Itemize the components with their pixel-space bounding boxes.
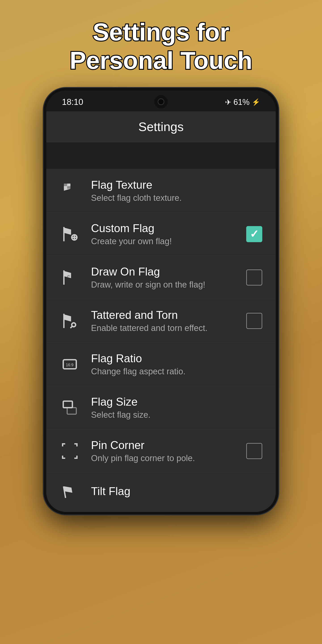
svg-rect-15 <box>67 408 76 414</box>
flag-size-icon <box>60 398 80 418</box>
page-title-line2: Personal Touch <box>70 46 252 75</box>
page-title-line1: Settings for <box>70 18 252 46</box>
draw-on-flag-text: Draw On Flag Draw, write or sign on the … <box>91 265 246 290</box>
status-time: 18:10 <box>62 97 83 107</box>
custom-flag-checkbox[interactable] <box>246 226 262 242</box>
tilt-flag-title: Tilt Flag <box>91 485 262 498</box>
battery-bolt-icon: ⚡ <box>252 98 260 106</box>
draw-on-flag-icon <box>60 268 80 288</box>
draw-on-flag-subtitle: Draw, write or sign on the flag! <box>91 280 246 290</box>
tattered-torn-title: Tattered and Torn <box>91 308 246 322</box>
svg-rect-1 <box>67 183 70 186</box>
pin-corner-title: Pin Corner <box>91 439 246 452</box>
svg-rect-14 <box>63 401 72 408</box>
tilt-flag-text: Tilt Flag <box>91 485 262 500</box>
settings-item-flag-size[interactable]: Flag Size Select flag size. <box>46 386 276 429</box>
phone-wrapper: 18:10 ✈ 61% ⚡ Settings <box>38 88 284 644</box>
custom-flag-text: Custom Flag Create your own flag! <box>91 222 246 246</box>
flag-size-text: Flag Size Select flag size. <box>91 395 262 420</box>
settings-item-tilt-flag[interactable]: Tilt Flag <box>46 473 276 512</box>
pin-corner-checkbox[interactable] <box>246 443 262 459</box>
svg-rect-0 <box>64 183 67 186</box>
tilt-flag-icon <box>60 482 80 502</box>
tattered-torn-text: Tattered and Torn Enable tattered and to… <box>91 308 246 333</box>
flag-ratio-text: Flag Ratio Change flag aspect ratio. <box>91 352 262 376</box>
settings-item-flag-texture[interactable]: Flag Texture Select flag cloth texture. <box>46 169 276 212</box>
settings-item-pin-corner[interactable]: Pin Corner Only pin flag corner to pole. <box>46 429 276 473</box>
svg-text:16:9: 16:9 <box>66 362 74 367</box>
flag-size-title: Flag Size <box>91 395 262 408</box>
tattered-torn-checkbox[interactable] <box>246 313 262 329</box>
pin-corner-text: Pin Corner Only pin flag corner to pole. <box>91 439 246 463</box>
flag-texture-title: Flag Texture <box>91 178 262 192</box>
draw-on-flag-title: Draw On Flag <box>91 265 246 278</box>
status-bar-right: ✈ 61% ⚡ <box>225 98 260 107</box>
airplane-icon: ✈ <box>225 98 231 107</box>
pin-corner-subtitle: Only pin flag corner to pole. <box>91 454 246 463</box>
flag-ratio-icon: 16:9 <box>60 354 80 374</box>
flag-ratio-title: Flag Ratio <box>91 352 262 365</box>
camera-dot <box>158 98 164 105</box>
phone-frame: 18:10 ✈ 61% ⚡ Settings <box>44 88 278 514</box>
page-title: Settings for Personal Touch <box>70 18 252 74</box>
svg-rect-2 <box>64 186 67 189</box>
flag-texture-text: Flag Texture Select flag cloth texture. <box>91 178 262 203</box>
tattered-torn-icon <box>60 311 80 331</box>
divider-section <box>46 142 276 169</box>
settings-item-custom-flag[interactable]: Custom Flag Create your own flag! <box>46 212 276 256</box>
pin-corner-icon <box>60 441 80 461</box>
settings-item-flag-ratio[interactable]: 16:9 Flag Ratio Change flag aspect ratio… <box>46 342 276 386</box>
settings-item-draw-on-flag[interactable]: Draw On Flag Draw, write or sign on the … <box>46 256 276 299</box>
settings-item-tattered-torn[interactable]: Tattered and Torn Enable tattered and to… <box>46 299 276 342</box>
app-bar: Settings <box>46 111 276 142</box>
custom-flag-subtitle: Create your own flag! <box>91 236 246 246</box>
flag-size-subtitle: Select flag size. <box>91 410 262 420</box>
camera-notch <box>154 95 168 108</box>
tattered-torn-subtitle: Enable tattered and torn effect. <box>91 323 246 333</box>
flag-texture-subtitle: Select flag cloth texture. <box>91 193 262 203</box>
app-bar-title: Settings <box>60 120 262 134</box>
svg-line-11 <box>70 326 72 328</box>
custom-flag-title: Custom Flag <box>91 222 246 235</box>
custom-flag-icon <box>60 224 80 244</box>
svg-rect-3 <box>67 186 70 189</box>
flag-texture-icon <box>60 181 80 201</box>
battery-text: 61% <box>234 98 250 107</box>
draw-on-flag-checkbox[interactable] <box>246 270 262 286</box>
settings-list: Flag Texture Select flag cloth texture. <box>46 169 276 512</box>
status-bar: 18:10 ✈ 61% ⚡ <box>46 90 276 111</box>
flag-ratio-subtitle: Change flag aspect ratio. <box>91 367 262 376</box>
